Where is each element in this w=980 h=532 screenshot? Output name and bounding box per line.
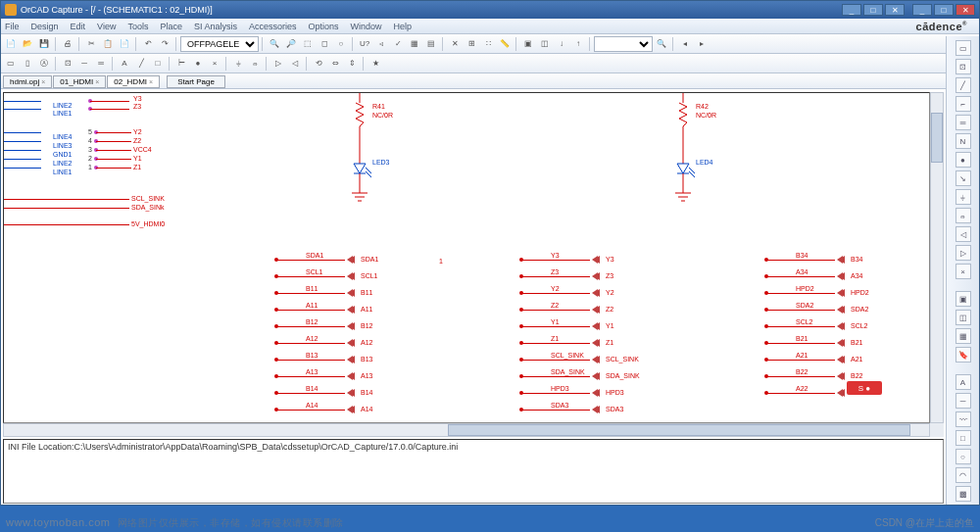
palette-bus[interactable]: ═: [956, 115, 971, 130]
palette-offpage[interactable]: ▷: [956, 245, 971, 261]
palette-arc[interactable]: ◠: [956, 467, 971, 483]
palette-power[interactable]: ⏚: [956, 189, 971, 205]
offpage-button[interactable]: ◁: [287, 56, 303, 72]
palette-wire[interactable]: ╱: [956, 77, 971, 93]
menu-design[interactable]: Design: [31, 22, 59, 31]
palette-hierpin[interactable]: ◫: [956, 310, 971, 325]
select-button[interactable]: ▭: [3, 56, 19, 72]
palette-line[interactable]: ─: [956, 393, 971, 409]
tab-01-hdmi[interactable]: 01_HDMI×: [53, 75, 106, 88]
palette-ellipse[interactable]: ○: [956, 449, 971, 464]
ascend-button[interactable]: ↑: [570, 36, 586, 52]
mirror-v-button[interactable]: ⇕: [344, 56, 360, 72]
menu-si-analysis[interactable]: SI Analysis: [194, 22, 237, 31]
line-button[interactable]: ╱: [133, 56, 149, 72]
palette-select[interactable]: ▭: [956, 40, 971, 56]
open-button[interactable]: 📂: [20, 36, 35, 52]
session-log[interactable]: INI File Location:C:\Users\Administrator…: [3, 439, 944, 504]
drc-button[interactable]: ✓: [390, 36, 406, 52]
undo-button[interactable]: ↶: [140, 36, 156, 52]
tab-02-hdmi[interactable]: 02_HDMI×: [107, 75, 160, 88]
menu-view[interactable]: View: [97, 22, 116, 31]
next-button[interactable]: ▸: [694, 36, 710, 52]
project-button[interactable]: ▣: [520, 36, 536, 52]
zoom-area-button[interactable]: ⬚: [300, 36, 316, 52]
palette-hierblock[interactable]: ▣: [956, 291, 971, 307]
horizontal-scrollbar[interactable]: [3, 423, 930, 437]
redo-button[interactable]: ↷: [157, 36, 172, 52]
port-button[interactable]: ▷: [270, 56, 286, 72]
palette-ground[interactable]: ⏛: [956, 208, 971, 223]
palette-polyline[interactable]: 〰: [956, 411, 971, 427]
palette-rect[interactable]: □: [956, 430, 971, 446]
new-button[interactable]: 📄: [3, 36, 19, 52]
junction-button[interactable]: ●: [190, 56, 206, 72]
palette-image[interactable]: ▩: [956, 486, 971, 502]
tab-project[interactable]: hdmi.opj×: [3, 75, 52, 88]
zoom-selection-button[interactable]: ○: [333, 36, 349, 52]
palette-busentry[interactable]: ↘: [956, 170, 971, 186]
search-combo[interactable]: [594, 36, 653, 52]
menu-accessories[interactable]: Accessories: [249, 22, 297, 31]
palette-part[interactable]: ⊡: [956, 59, 971, 74]
bus-button[interactable]: ═: [93, 56, 109, 72]
marquee-button[interactable]: ▯: [20, 56, 35, 72]
offpage-combo[interactable]: OFFPAGELEFT-R: [180, 36, 259, 52]
palette-text[interactable]: A: [956, 374, 971, 390]
zoom-in-button[interactable]: 🔍: [267, 36, 282, 52]
noconnect-button[interactable]: ×: [207, 56, 222, 72]
zoom-fit-button[interactable]: ◻: [317, 36, 332, 52]
menu-options[interactable]: Options: [308, 22, 338, 31]
copy-button[interactable]: 📋: [100, 36, 116, 52]
close-button[interactable]: ✕: [956, 4, 975, 16]
tab-start-page[interactable]: Start Page: [167, 75, 225, 88]
palette-title[interactable]: ▦: [956, 328, 971, 344]
vertical-scrollbar[interactable]: [930, 92, 944, 423]
menu-file[interactable]: File: [5, 22, 20, 31]
menu-help[interactable]: Help: [394, 22, 413, 31]
paste-button[interactable]: 📄: [117, 36, 132, 52]
doc-close-button[interactable]: ✕: [885, 4, 905, 16]
cut-button[interactable]: ✂: [83, 36, 99, 52]
part-button[interactable]: ⊡: [60, 56, 75, 72]
rotate-button[interactable]: ⟲: [311, 56, 326, 72]
hierarchy-button[interactable]: ◫: [537, 36, 553, 52]
mirror-h-button[interactable]: ⇔: [327, 56, 343, 72]
doc-maximize-button[interactable]: □: [863, 4, 883, 16]
netlist-button[interactable]: ▤: [423, 36, 439, 52]
power-button[interactable]: ⏚: [230, 56, 246, 72]
doc-minimize-button[interactable]: _: [842, 4, 861, 16]
ruler-button[interactable]: 📏: [497, 36, 513, 52]
scroll-thumb[interactable]: [931, 113, 943, 162]
menu-window[interactable]: Window: [351, 22, 382, 31]
palette-junction[interactable]: ●: [956, 152, 971, 168]
save-button[interactable]: 💾: [36, 36, 52, 52]
cross-probe-button[interactable]: ✕: [447, 36, 463, 52]
scroll-thumb[interactable]: [448, 424, 910, 436]
maximize-button[interactable]: □: [934, 4, 954, 16]
text-button[interactable]: A: [117, 56, 132, 72]
palette-bookmark[interactable]: 🔖: [956, 347, 971, 363]
annotate-button[interactable]: U?: [357, 36, 372, 52]
back-annotate-button[interactable]: ◃: [373, 36, 389, 52]
palette-noconnect[interactable]: ×: [956, 264, 971, 279]
menu-edit[interactable]: Edit: [71, 22, 86, 31]
alias-button[interactable]: Ⓐ: [36, 56, 52, 72]
prev-button[interactable]: ◂: [677, 36, 693, 52]
descend-button[interactable]: ↓: [554, 36, 569, 52]
ground-button[interactable]: ⏛: [247, 56, 263, 72]
net-button[interactable]: ⊢: [173, 56, 189, 72]
menu-tools[interactable]: Tools: [127, 22, 148, 31]
palette-netalias[interactable]: N: [956, 133, 971, 149]
highlight-button[interactable]: ★: [368, 56, 383, 72]
find-button[interactable]: 🔍: [654, 36, 669, 52]
palette-autowire[interactable]: ⌐: [956, 96, 971, 112]
palette-hier-port[interactable]: ◁: [956, 226, 971, 242]
bom-button[interactable]: ▦: [407, 36, 422, 52]
rect-button[interactable]: □: [150, 56, 166, 72]
minimize-button[interactable]: _: [912, 4, 932, 16]
menu-place[interactable]: Place: [160, 22, 182, 31]
schematic-canvas[interactable]: LINE2 LINE1 Y3 Z3 LINE45Y2LINE34Z2GND13V…: [3, 92, 930, 423]
wire-button[interactable]: ─: [76, 56, 92, 72]
grid-button[interactable]: ∷: [480, 36, 496, 52]
